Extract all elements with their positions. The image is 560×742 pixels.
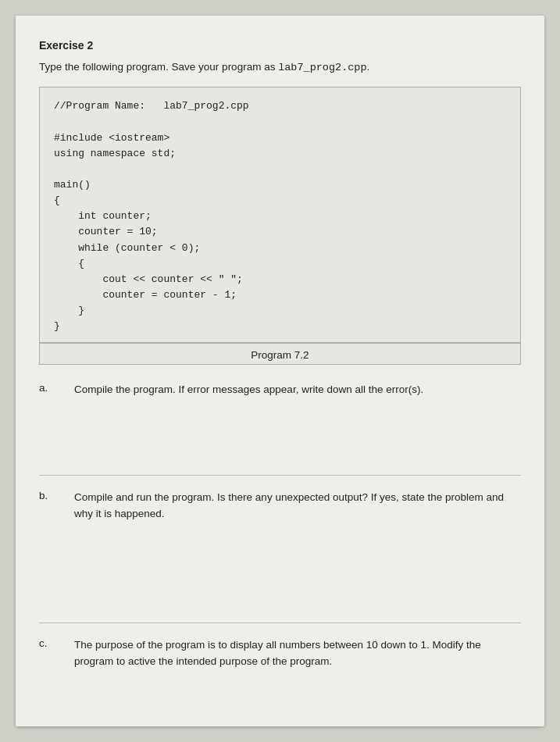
divider-a bbox=[39, 475, 521, 476]
question-c-text: The purpose of the program is to display… bbox=[74, 637, 521, 670]
question-b-text: Compile and run the program. Is there an… bbox=[74, 490, 521, 523]
question-a-label: a. bbox=[39, 382, 74, 394]
question-b-label: b. bbox=[39, 490, 74, 501]
question-a: a. Compile the program. If error message… bbox=[39, 382, 521, 461]
page: Exercise 2 Type the following program. S… bbox=[16, 16, 544, 726]
question-a-text: Compile the program. If error messages a… bbox=[74, 382, 423, 398]
code-box: //Program Name: lab7_prog2.cpp #include … bbox=[39, 87, 521, 343]
instruction-suffix: . bbox=[367, 61, 370, 73]
program-label: Program 7.2 bbox=[39, 343, 521, 365]
question-b: b. Compile and run the program. Is there… bbox=[39, 490, 521, 608]
filename: lab7_prog2.cpp bbox=[278, 62, 366, 73]
question-c-label: c. bbox=[39, 637, 74, 649]
instruction-prefix: Type the following program. Save your pr… bbox=[39, 61, 278, 73]
instruction: Type the following program. Save your pr… bbox=[39, 59, 521, 76]
question-b-answer-space bbox=[74, 523, 521, 608]
question-a-answer-space bbox=[74, 398, 423, 461]
divider-b bbox=[39, 622, 521, 623]
question-c: c. The purpose of the program is to disp… bbox=[39, 637, 521, 670]
exercise-title: Exercise 2 bbox=[39, 39, 521, 52]
code-content: //Program Name: lab7_prog2.cpp #include … bbox=[54, 98, 506, 334]
